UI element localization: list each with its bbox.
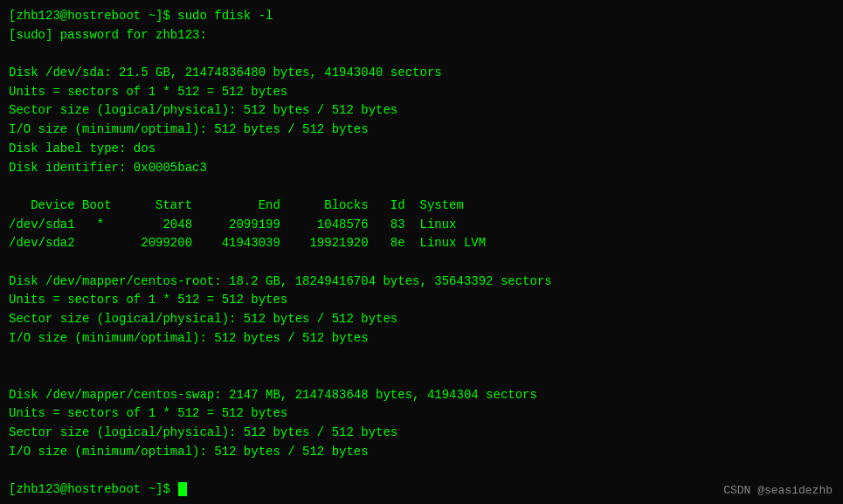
terminal-line: Sector size (logical/physical): 512 byte… [9,310,834,329]
terminal-line [9,177,834,197]
terminal-line [9,45,834,64]
terminal-line: [sudo] password for zhb123: [9,26,834,45]
terminal-line: I/O size (minimum/optimal): 512 bytes / … [9,121,834,140]
watermark: CSDN @seasidezhb [723,484,833,497]
terminal-line: Disk /dev/mapper/centos-root: 18.2 GB, 1… [9,273,834,292]
terminal-cursor [178,482,187,496]
terminal-line: Units = sectors of 1 * 512 = 512 bytes [9,404,834,424]
terminal-line: I/O size (minimum/optimal): 512 bytes / … [9,443,834,462]
terminal-line: Disk /dev/sda: 21.5 GB, 21474836480 byte… [9,64,834,83]
terminal-line: [zhb123@hostreboot ~]$ [9,480,834,500]
terminal-line: I/O size (minimum/optimal): 512 bytes / … [9,329,834,349]
terminal-line [9,367,834,386]
terminal-line: Device Boot Start End Blocks Id System [9,197,834,216]
terminal-line: Sector size (logical/physical): 512 byte… [9,424,834,443]
terminal-line: /dev/sda1 * 2048 2099199 1048576 83 Linu… [9,216,834,235]
terminal-line: Sector size (logical/physical): 512 byte… [9,101,834,121]
terminal-line: [zhb123@hostreboot ~]$ sudo fdisk -l [9,7,834,26]
terminal-line: Disk identifier: 0x0005bac3 [9,159,834,178]
terminal-line: Units = sectors of 1 * 512 = 512 bytes [9,291,834,310]
terminal-line: Units = sectors of 1 * 512 = 512 bytes [9,83,834,102]
terminal-line: /dev/sda2 2099200 41943039 19921920 8e L… [9,234,834,253]
terminal-line [9,348,834,367]
terminal-line [9,253,834,273]
terminal-window: [zhb123@hostreboot ~]$ sudo fdisk -l[sud… [0,0,843,504]
terminal-line [9,462,834,481]
terminal-line: Disk label type: dos [9,140,834,159]
terminal-line: Disk /dev/mapper/centos-swap: 2147 MB, 2… [9,386,834,405]
